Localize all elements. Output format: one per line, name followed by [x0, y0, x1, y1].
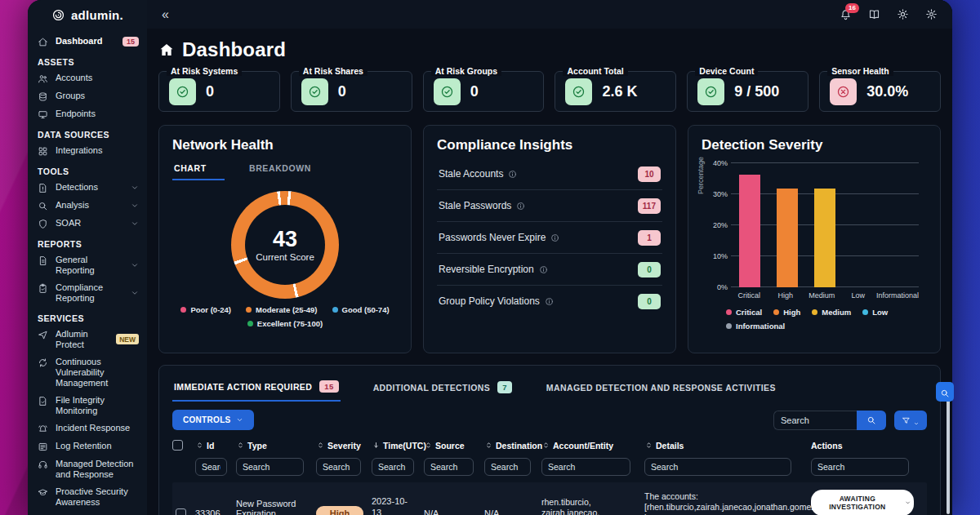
column-label: Time(UTC) — [383, 441, 426, 451]
column-header-type[interactable]: Type — [236, 441, 310, 451]
main-area: « 16 — [147, 0, 952, 515]
sidebar-item-adlumin-protect[interactable]: Adlumin ProtectNEW — [28, 326, 147, 353]
compliance-row-group-policy-violations[interactable]: Group Policy Violations 0 — [437, 286, 662, 317]
sidebar-item-integrations[interactable]: Integrations — [28, 142, 147, 160]
app-window: adlumin. Dashboard15ASSETSAccountsGroups… — [28, 0, 952, 515]
sidebar-item-label: Proactive Security Awareness — [56, 486, 139, 508]
sidebar-item-analysis[interactable]: Analysis — [28, 197, 147, 215]
tab-chart[interactable]: CHART — [172, 158, 225, 180]
clipboard-icon — [38, 283, 48, 294]
compliance-row-passwords-never-expire[interactable]: Passwords Never Expire 1 — [437, 222, 662, 254]
chevron-down-icon — [131, 202, 139, 210]
floating-search-widget[interactable] — [936, 382, 954, 402]
column-header-destination[interactable]: Destination — [484, 441, 535, 451]
settings-gear-icon[interactable] — [925, 8, 938, 20]
legend-dot — [180, 307, 186, 313]
search-icon — [940, 387, 950, 397]
filter-dropdown-button[interactable] — [894, 411, 927, 430]
sidebar-item-continuous-vulnerability-management[interactable]: Continuous Vulnerability Management — [28, 353, 147, 392]
column-label: Id — [207, 441, 214, 451]
tab-breakdown[interactable]: BREAKDOWN — [247, 158, 313, 180]
info-icon — [550, 233, 559, 242]
compliance-row-reversible-encryption[interactable]: Reversible Encryption 0 — [437, 254, 662, 286]
column-filter-id[interactable] — [195, 458, 227, 476]
sidebar-item-general-reporting[interactable]: General Reporting — [28, 251, 147, 279]
search-button[interactable] — [857, 411, 886, 430]
select-all-checkbox[interactable] — [172, 440, 183, 451]
column-header-time-utc[interactable]: Time(UTC) — [372, 441, 417, 451]
sidebar-item-endpoints[interactable]: Endpoints — [28, 105, 147, 123]
column-header-details[interactable]: Details — [644, 441, 804, 451]
donut-center: 43 Current Score — [245, 205, 325, 285]
sidebar-item-log-retention[interactable]: Log Retention — [28, 437, 147, 455]
column-filter-source[interactable] — [424, 458, 474, 476]
tab-immediate-action-required[interactable]: IMMEDIATE ACTION REQUIRED 15 — [172, 374, 341, 402]
tab-managed-detection-and-response-activities[interactable]: MANAGED DETECTION AND RESPONSE ACTIVITIE… — [545, 374, 777, 402]
sidebar-collapse-button[interactable]: « — [162, 8, 169, 21]
column-label: Type — [247, 441, 267, 451]
brand-logo[interactable]: adlumin. — [28, 0, 147, 29]
compliance-row-stale-accounts[interactable]: Stale Accounts 10 — [437, 158, 662, 190]
sidebar-item-accounts[interactable]: Accounts — [28, 69, 147, 87]
notifications-bell-icon[interactable]: 16 — [840, 8, 852, 20]
legend-dot — [332, 307, 338, 313]
compliance-row-label: Stale Passwords — [439, 200, 525, 211]
sidebar-item-dashboard[interactable]: Dashboard15 — [28, 33, 147, 51]
legend-dot — [773, 309, 779, 315]
sidebar-item-incident-response[interactable]: Incident Response — [28, 420, 147, 437]
column-header-source[interactable]: Source — [424, 441, 478, 451]
cell-id: 33306 — [195, 508, 229, 515]
column-filter-time-utc[interactable] — [372, 458, 414, 476]
sidebar-item-managed-detection-and-response[interactable]: Managed Detection and Response — [28, 455, 147, 483]
sidebar-item-compliance-reporting[interactable]: Compliance Reporting — [28, 279, 147, 307]
sidebar-item-groups[interactable]: Groups — [28, 87, 147, 105]
sidebar-item-detections[interactable]: Detections — [28, 179, 147, 197]
compliance-row-label: Reversible Encryption — [439, 264, 548, 275]
column-label: Account/Entity — [553, 441, 613, 451]
scrollbar-thumb[interactable] — [947, 385, 950, 514]
legend-item-critical: Critical — [726, 308, 762, 317]
sidebar-item-proactive-security-awareness[interactable]: Proactive Security Awareness — [28, 483, 147, 511]
chevron-down-icon — [131, 289, 139, 297]
legend-dot — [812, 309, 817, 315]
sidebar-item-label: Groups — [56, 91, 139, 101]
column-filter-severity[interactable] — [316, 458, 361, 476]
column-filter-details[interactable] — [644, 458, 791, 476]
sidebar-item-soar[interactable]: SOAR — [28, 215, 147, 233]
bar-chart-x-labels: CriticalHighMediumLowInformational — [731, 291, 919, 300]
sidebar-item-progressive-penetration-testing[interactable]: Progressive Penetration Testing — [28, 511, 147, 515]
home-icon — [38, 37, 48, 47]
sidebar-section-reports: REPORTS — [28, 233, 147, 251]
y-tick-label: 20% — [708, 221, 728, 229]
column-header-actions: Actions — [811, 441, 917, 451]
legend-dot — [726, 323, 732, 329]
column-header-account-entity[interactable]: Account/Entity — [541, 441, 638, 451]
status-dropdown-button[interactable]: AWAITING INVESTIGATION — [811, 490, 914, 515]
x-tick-label: Informational — [876, 291, 919, 300]
column-filter-account-entity[interactable] — [541, 458, 630, 476]
sidebar-section-data-sources: DATA SOURCES — [28, 123, 147, 142]
column-header-severity[interactable]: Severity — [316, 441, 365, 451]
info-icon — [508, 170, 517, 179]
funnel-icon — [902, 415, 911, 424]
legend-dot — [726, 309, 732, 315]
column-filter-type[interactable] — [236, 458, 304, 476]
sidebar-item-label: Adlumin Protect — [56, 329, 109, 350]
knowledge-book-icon[interactable] — [868, 8, 880, 20]
controls-button[interactable]: CONTROLS — [172, 410, 254, 430]
column-header-id[interactable]: Id — [195, 441, 229, 451]
sort-icon — [236, 441, 245, 450]
table-header-row: IdTypeSeverityTime(UTC)SourceDestination… — [172, 440, 927, 451]
theme-sun-icon[interactable] — [897, 8, 909, 20]
sidebar-item-file-integrity-monitoring[interactable]: File Integrity Monitoring — [28, 392, 147, 420]
compliance-row-stale-passwords[interactable]: Stale Passwords 117 — [437, 190, 662, 222]
info-icon — [539, 265, 548, 274]
column-filter-destination[interactable] — [484, 458, 531, 476]
search-input[interactable] — [773, 411, 857, 430]
bar-slot-critical — [731, 163, 768, 287]
row-checkbox[interactable] — [176, 508, 186, 515]
column-filter-actions[interactable] — [811, 458, 909, 476]
legend-item-moderate-25-49: Moderate (25-49) — [246, 305, 318, 314]
tab-additional-detections[interactable]: ADDITIONAL DETECTIONS 7 — [372, 374, 514, 402]
panels-row: Network Health CHARTBREAKDOWN 43 Current… — [158, 125, 941, 353]
